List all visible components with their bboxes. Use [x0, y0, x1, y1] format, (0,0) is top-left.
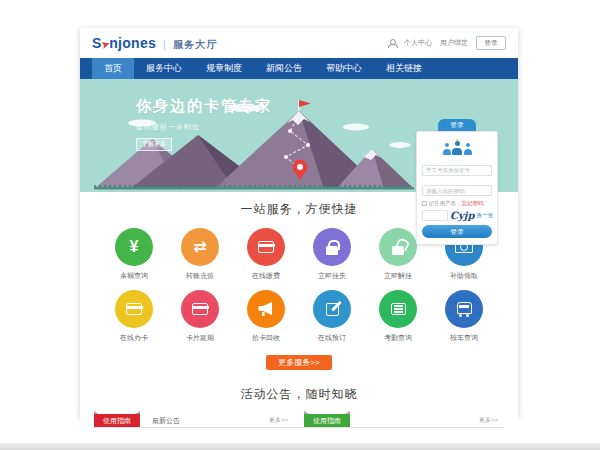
- service-label: 转账充值: [186, 271, 214, 281]
- hero-copy: 你身边的卡管专家 提供捷径一步到位 了解更多: [136, 97, 272, 151]
- hero-subtitle: 提供捷径一步到位: [136, 122, 272, 132]
- password-input[interactable]: [422, 185, 492, 196]
- login-panel: 登录 记住用户名 | 忘记密码: [416, 119, 498, 245]
- login-form: 记住用户名 | 忘记密码 Cyjp 换一张 登录: [416, 131, 498, 245]
- service-item[interactable]: 卡片延期: [167, 290, 233, 343]
- captcha-input[interactable]: [422, 210, 448, 221]
- service-label: 立即挂失: [318, 271, 346, 281]
- hero-title: 你身边的卡管专家: [136, 97, 272, 116]
- card-icon: [258, 241, 274, 253]
- user-figure-icon: [442, 143, 451, 155]
- nav-item-service-center[interactable]: 服务中心: [134, 58, 194, 79]
- service-item[interactable]: ⇄ 转账充值: [167, 228, 233, 281]
- service-circle[interactable]: ⇄: [181, 228, 219, 266]
- captcha-row: Cyjp 换一张: [422, 210, 492, 221]
- service-item[interactable]: 考勤查询: [365, 290, 431, 343]
- login-submit-button[interactable]: 登录: [422, 225, 492, 238]
- service-circle[interactable]: [379, 228, 417, 266]
- personal-center-link[interactable]: 个人中心: [404, 38, 432, 48]
- brand-logo[interactable]: S➤njones | 服务大厅: [92, 35, 217, 52]
- nav-item-links[interactable]: 相关链接: [374, 58, 434, 79]
- card-icon: [126, 303, 142, 315]
- service-label: 在线预订: [318, 333, 346, 343]
- service-circle[interactable]: [313, 290, 351, 328]
- header-links: 个人中心 用户绑定 登录: [388, 36, 506, 50]
- service-label: 拾卡回收: [252, 333, 280, 343]
- nav-item-news[interactable]: 新闻公告: [254, 58, 314, 79]
- login-tab[interactable]: 登录: [438, 119, 476, 131]
- announcements-title: 活动公告，随时知晓: [80, 386, 518, 403]
- logo-divider: |: [163, 39, 166, 50]
- service-item[interactable]: 校车查询: [431, 290, 497, 343]
- service-item[interactable]: 立即挂失: [299, 228, 365, 281]
- service-circle[interactable]: [181, 290, 219, 328]
- nav-item-help[interactable]: 帮助中心: [314, 58, 374, 79]
- person-icon: [388, 39, 396, 48]
- announcement-right-column: 使用指南 更多>>: [304, 414, 504, 427]
- service-label: 余额查询: [120, 271, 148, 281]
- nav-item-rules[interactable]: 规章制度: [194, 58, 254, 79]
- service-item[interactable]: 在线办卡: [101, 290, 167, 343]
- tab-usage-guide-right[interactable]: 使用指南: [304, 414, 350, 427]
- announcements-section: 活动公告，随时知晓 使用指南 最新公告 更多>> 使用指南 更多>>: [80, 382, 518, 428]
- service-item[interactable]: ¥ 余额查询: [101, 228, 167, 281]
- user-figure-icon: [463, 143, 472, 155]
- megaphone-icon: [257, 301, 275, 317]
- service-item[interactable]: 拾卡回收: [233, 290, 299, 343]
- service-circle[interactable]: [313, 228, 351, 266]
- card-icon: [192, 303, 208, 315]
- service-label: 卡片延期: [186, 333, 214, 343]
- nav-item-home[interactable]: 首页: [92, 58, 134, 79]
- service-item[interactable]: 在线预订: [299, 290, 365, 343]
- account-input[interactable]: [422, 165, 492, 176]
- unlock-icon: [392, 246, 404, 255]
- main-nav: 首页 服务中心 规章制度 新闻公告 帮助中心 相关链接: [80, 58, 518, 79]
- header-login-button[interactable]: 登录: [476, 36, 506, 50]
- service-label: 考勤查询: [384, 333, 412, 343]
- hero-banner: 你身边的卡管专家 提供捷径一步到位 了解更多: [80, 79, 518, 192]
- service-circle[interactable]: [247, 228, 285, 266]
- hero-cta-button[interactable]: 了解更多: [136, 138, 172, 151]
- yen-icon: ¥: [130, 239, 139, 255]
- list-icon: [391, 303, 406, 315]
- users-icon: [422, 137, 492, 155]
- service-label: 校车查询: [450, 333, 478, 343]
- more-link[interactable]: 更多>>: [269, 414, 288, 427]
- more-link[interactable]: 更多>>: [479, 414, 498, 427]
- services-grid: ¥ 余额查询 ⇄ 转账充值 在线缴费 立即挂失 立即解挂: [101, 228, 497, 352]
- forgot-password-link[interactable]: 忘记密码: [461, 200, 483, 207]
- page: S➤njones | 服务大厅 个人中心 用户绑定 登录 首页 服务中心 规章制…: [0, 0, 600, 450]
- bus-icon: [457, 302, 472, 314]
- site-frame: S➤njones | 服务大厅 个人中心 用户绑定 登录 首页 服务中心 规章制…: [80, 28, 518, 418]
- transfer-icon: ⇄: [193, 239, 206, 255]
- more-services-button[interactable]: 更多服务>>: [266, 355, 332, 370]
- service-circle[interactable]: ¥: [115, 228, 153, 266]
- tab-latest-news[interactable]: 最新公告: [152, 414, 180, 427]
- service-label: 在线办卡: [120, 333, 148, 343]
- portal-name: 服务大厅: [173, 38, 217, 52]
- announcement-tabs: 使用指南 最新公告 更多>> 使用指南 更多>>: [94, 412, 504, 428]
- service-label: 在线缴费: [252, 271, 280, 281]
- remember-checkbox[interactable]: [422, 201, 427, 206]
- service-circle[interactable]: [379, 290, 417, 328]
- remember-row: 记住用户名 | 忘记密码: [422, 200, 492, 207]
- remember-label: 记住用户名: [429, 200, 457, 207]
- service-item[interactable]: 在线缴费: [233, 228, 299, 281]
- service-circle[interactable]: [115, 290, 153, 328]
- announcement-left-column: 使用指南 最新公告 更多>>: [94, 414, 294, 427]
- tab-usage-guide[interactable]: 使用指南: [94, 414, 140, 427]
- separator: |: [458, 201, 459, 207]
- header: S➤njones | 服务大厅 个人中心 用户绑定 登录: [80, 28, 518, 58]
- edit-icon: [326, 303, 339, 316]
- page-bottom-edge: [0, 443, 600, 450]
- captcha-refresh-link[interactable]: 换一张: [476, 212, 493, 219]
- logo-text-rest: njones: [109, 35, 156, 51]
- service-circle[interactable]: [445, 290, 483, 328]
- captcha-image[interactable]: Cyjp: [450, 211, 474, 221]
- user-binding-link[interactable]: 用户绑定: [440, 38, 468, 48]
- service-label: 补助领取: [450, 271, 478, 281]
- lock-icon: [326, 246, 338, 255]
- service-circle[interactable]: [247, 290, 285, 328]
- user-figure-icon: [452, 141, 462, 155]
- service-label: 立即解挂: [384, 271, 412, 281]
